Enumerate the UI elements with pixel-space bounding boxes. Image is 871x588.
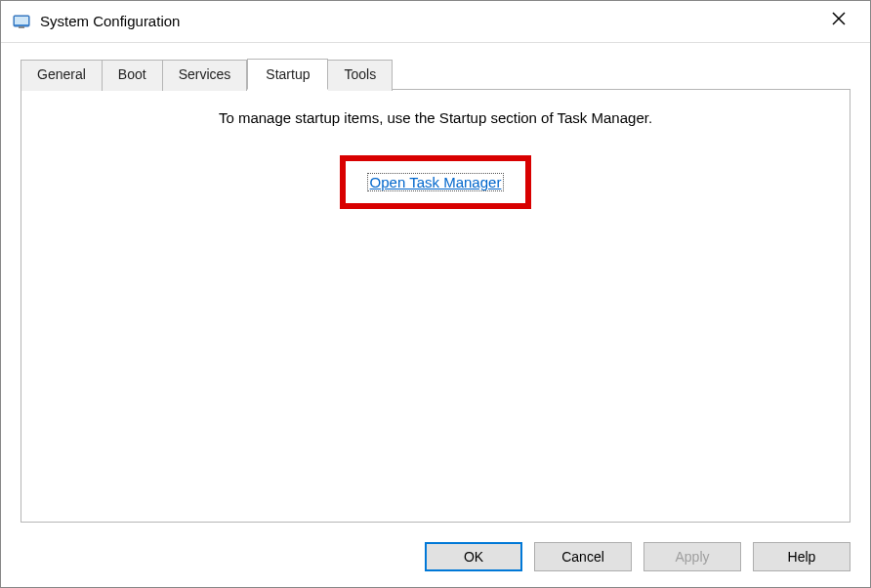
apply-button[interactable]: Apply — [643, 542, 741, 571]
startup-tab-panel: To manage startup items, use the Startup… — [21, 89, 850, 523]
title-text: System Configuration — [40, 13, 819, 29]
open-task-manager-link[interactable]: Open Task Manager — [367, 173, 505, 191]
tab-boot[interactable]: Boot — [103, 60, 163, 91]
annotation-highlight: Open Task Manager — [340, 155, 532, 209]
msconfig-icon — [13, 12, 30, 29]
titlebar: System Configuration — [1, 1, 870, 43]
close-icon — [832, 12, 846, 25]
svg-rect-2 — [19, 26, 24, 28]
tab-general[interactable]: General — [21, 60, 103, 91]
cancel-button[interactable]: Cancel — [534, 542, 632, 571]
tab-services[interactable]: Services — [163, 60, 248, 91]
startup-instruction: To manage startup items, use the Startup… — [41, 109, 830, 126]
help-button[interactable]: Help — [753, 542, 850, 571]
tab-startup[interactable]: Startup — [247, 59, 328, 90]
system-configuration-dialog: System Configuration General Boot Servic… — [0, 0, 871, 588]
tab-strip: General Boot Services Startup Tools — [21, 59, 850, 90]
tab-tools[interactable]: Tools — [328, 60, 393, 91]
link-wrap: Open Task Manager — [41, 155, 830, 209]
close-button[interactable] — [819, 5, 858, 32]
svg-rect-1 — [15, 17, 28, 24]
dialog-button-row: OK Cancel Apply Help — [1, 532, 870, 587]
ok-button[interactable]: OK — [425, 542, 522, 571]
client-area: General Boot Services Startup Tools To m… — [1, 43, 870, 532]
